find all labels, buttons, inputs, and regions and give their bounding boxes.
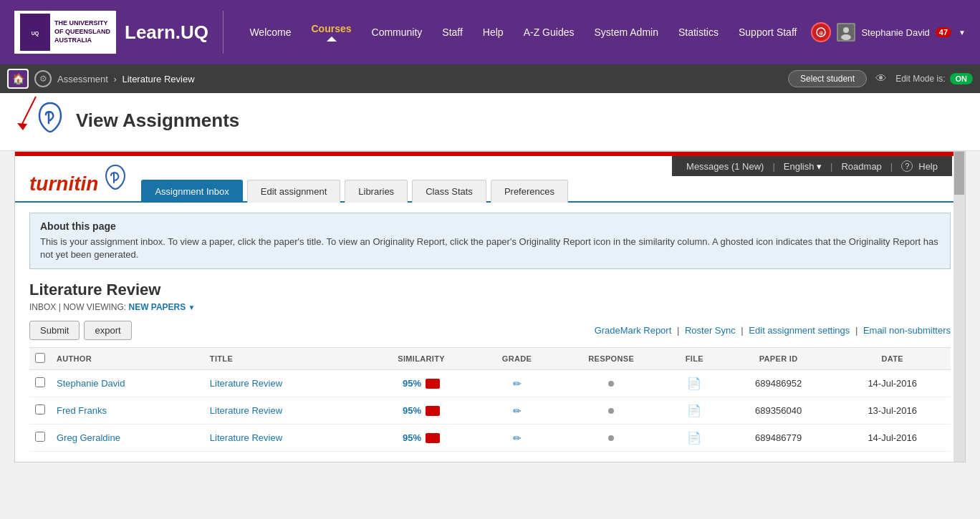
nav-help[interactable]: Help — [483, 26, 504, 38]
action-bar: Submit export GradeMark Report | Roster … — [29, 321, 951, 340]
breadcrumb: Assessment › Literature Review — [57, 74, 195, 84]
nav-courses[interactable]: Courses — [311, 23, 351, 42]
about-box: About this page This is your assignment … — [29, 213, 951, 269]
turnitin-logo-icon — [104, 165, 127, 201]
notification-icon[interactable]: ⊕ — [811, 22, 831, 42]
author-link[interactable]: Fred Franks — [57, 405, 107, 416]
title-link[interactable]: Literature Review — [210, 405, 282, 416]
select-all-checkbox[interactable] — [35, 353, 45, 363]
preview-icon[interactable]: 👁 — [875, 72, 887, 85]
submit-button[interactable]: Submit — [29, 321, 80, 340]
row-similarity: 95% — [365, 370, 478, 397]
grademark-report-link[interactable]: GradeMark Report — [595, 325, 672, 336]
messages-link[interactable]: Messages (1 New) — [686, 161, 764, 172]
row-checkbox-cell — [29, 397, 51, 425]
user-dropdown-arrow-icon[interactable]: ▼ — [959, 29, 966, 37]
roster-sync-link[interactable]: Roster Sync — [685, 325, 736, 336]
annotation-arrow — [7, 93, 93, 136]
breadcrumb-separator: › — [113, 74, 116, 84]
edit-mode-toggle: Edit Mode is: ON — [895, 73, 973, 84]
row-author: Stephanie David — [51, 370, 204, 397]
row-checkbox[interactable] — [35, 404, 45, 414]
row-author: Greg Geraldine — [51, 425, 204, 452]
tab-preferences[interactable]: Preferences — [491, 180, 568, 203]
site-title: Learn.UQ — [125, 21, 208, 44]
select-student-button[interactable]: Select student — [788, 70, 867, 87]
row-date: 13-Jul-2016 — [834, 397, 951, 425]
help-link[interactable]: Help — [918, 161, 938, 172]
new-papers-dropdown-icon: ▼ — [188, 304, 196, 311]
title-link[interactable]: Literature Review — [210, 432, 282, 443]
similarity-bar-icon[interactable] — [426, 379, 440, 389]
language-selector[interactable]: English ▾ — [784, 161, 822, 172]
response-dot-icon — [608, 408, 614, 414]
grade-pencil-icon[interactable]: ✏ — [513, 405, 522, 417]
grade-pencil-icon[interactable]: ✏ — [513, 378, 522, 389]
author-link[interactable]: Greg Geraldine — [57, 432, 120, 443]
breadcrumb-assessment[interactable]: Assessment — [57, 74, 108, 84]
row-checkbox[interactable] — [35, 377, 45, 387]
row-paper-id: 689486952 — [723, 370, 835, 397]
author-link[interactable]: Stephanie David — [57, 378, 125, 389]
row-similarity: 95% — [365, 425, 478, 452]
nav-system-admin[interactable]: System Admin — [594, 26, 658, 38]
settings-button[interactable]: ⚙ — [34, 70, 52, 87]
response-dot-icon — [608, 435, 614, 441]
scrollbar[interactable] — [953, 152, 965, 462]
grade-pencil-icon[interactable]: ✏ — [513, 432, 522, 444]
similarity-bar-icon[interactable] — [426, 433, 440, 443]
assignment-title: Literature Review — [29, 281, 951, 299]
row-paper-id: 689486779 — [723, 425, 835, 452]
main-content: About this page This is your assignment … — [15, 203, 965, 462]
tab-edit-assignment[interactable]: Edit assignment — [247, 180, 341, 203]
logo-area: UQ THE UNIVERSITY OF QUEENSLAND AUSTRALI… — [14, 11, 224, 54]
header-checkbox — [29, 348, 51, 370]
user-name: Stephanie David — [861, 27, 929, 38]
header-grade: GRADE — [477, 348, 556, 370]
svg-marker-8 — [17, 123, 27, 130]
nav-staff[interactable]: Staff — [442, 26, 463, 38]
file-icon[interactable]: 📄 — [687, 377, 701, 389]
similarity-bar-icon[interactable] — [426, 406, 440, 416]
roadmap-link[interactable]: Roadmap — [841, 161, 881, 172]
edit-assignment-settings-link[interactable]: Edit assignment settings — [749, 325, 850, 336]
svg-line-7 — [21, 97, 36, 125]
row-grade: ✏ — [477, 397, 556, 425]
tab-libraries[interactable]: Libraries — [345, 180, 408, 203]
nav-statistics[interactable]: Statistics — [678, 26, 719, 38]
row-file: 📄 — [666, 397, 723, 425]
home-button[interactable]: 🏠 — [7, 69, 29, 89]
row-checkbox[interactable] — [35, 432, 45, 442]
nav-support-staff[interactable]: Support Staff — [739, 26, 797, 38]
about-text: This is your assignment inbox. To view a… — [40, 236, 940, 261]
page-header: View Assignments — [0, 93, 980, 151]
header-response: RESPONSE — [557, 348, 666, 370]
tab-class-stats[interactable]: Class Stats — [412, 180, 486, 203]
uq-crest-icon: UQ — [20, 14, 50, 51]
nav-az-guides[interactable]: A-Z Guides — [524, 26, 575, 38]
row-response — [557, 370, 666, 397]
file-icon[interactable]: 📄 — [687, 432, 701, 444]
new-papers-filter[interactable]: NEW PAPERS ▼ — [128, 302, 195, 312]
tab-assignment-inbox[interactable]: Assignment Inbox — [141, 180, 242, 203]
edit-mode-value[interactable]: ON — [950, 73, 974, 84]
header-title: TITLE — [204, 348, 365, 370]
file-icon[interactable]: 📄 — [687, 404, 701, 417]
nav-welcome[interactable]: Welcome — [249, 26, 291, 38]
nav-community[interactable]: Community — [372, 26, 423, 38]
export-button[interactable]: export — [84, 321, 131, 340]
row-paper-id: 689356040 — [723, 397, 835, 425]
breadcrumb-right-controls: Select student 👁 Edit Mode is: ON — [788, 70, 973, 87]
user-area: ⊕ Stephanie David 47 ▼ — [811, 22, 966, 42]
title-link[interactable]: Literature Review — [210, 378, 282, 389]
user-avatar — [837, 23, 855, 42]
header-paper-id: PAPER ID — [723, 348, 835, 370]
row-file: 📄 — [666, 370, 723, 397]
messages-bar: Messages (1 New) | English ▾ | Roadmap |… — [672, 156, 952, 176]
svg-point-6 — [841, 34, 851, 40]
email-non-submitters-link[interactable]: Email non-submitters — [863, 325, 951, 336]
row-date: 14-Jul-2016 — [834, 370, 951, 397]
page-title: View Assignments — [76, 110, 239, 132]
scroll-thumb[interactable] — [954, 152, 964, 195]
row-title: Literature Review — [204, 425, 365, 452]
